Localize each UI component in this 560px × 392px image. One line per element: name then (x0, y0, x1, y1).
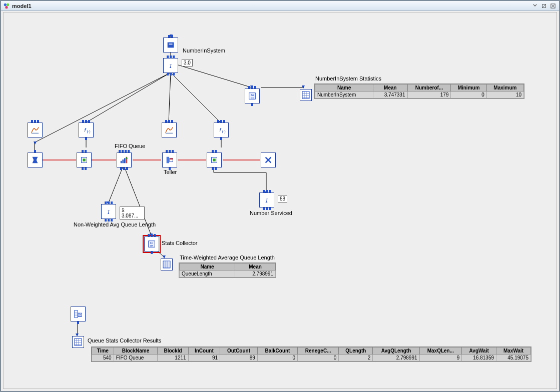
queue-stats-title: Queue Stats Collector Results (88, 338, 161, 344)
nis-col-min: Minimum (451, 84, 486, 92)
qs-col-in: InCount (188, 348, 220, 354)
svg-text:(·): (·) (222, 129, 226, 134)
svg-rect-30 (83, 158, 85, 161)
svg-text:1: 1 (169, 62, 172, 70)
maximize-button[interactable] (540, 2, 548, 10)
model-window: model1 (0, 0, 560, 392)
svg-text:1: 1 (265, 197, 268, 204)
svg-text:σx: σx (150, 244, 153, 247)
qs-col-block: BlockName (114, 348, 158, 354)
function-block-1[interactable]: f(·) (79, 122, 94, 138)
qs-col-balk: BalkCount (257, 348, 297, 354)
split-block[interactable] (207, 152, 222, 168)
qs-col-time: Time (92, 348, 114, 354)
fifo-queue-block[interactable] (117, 152, 132, 168)
merge-block[interactable] (77, 152, 92, 168)
fifo-queue-label: FIFO Queue (115, 143, 145, 149)
svg-text:σx: σx (251, 96, 254, 99)
qs-col-maxq: MaxQLen... (419, 348, 462, 354)
nis-stats-sheet-icon[interactable] (300, 89, 312, 101)
qs-col-avgw: AvgWait (462, 348, 496, 354)
svg-marker-6 (34, 142, 37, 144)
table-row: 540 FIFO Queue 1211 91 89 0 0 2 2.798991… (92, 354, 531, 362)
source-block[interactable] (163, 38, 178, 52)
svg-rect-36 (167, 157, 169, 164)
svg-text:f: f (219, 127, 221, 133)
titlebar[interactable]: model1 (1, 1, 559, 11)
svg-text:(·): (·) (87, 129, 91, 134)
table-row: NumberInSystem 3.747331 179 0 10 (315, 92, 524, 98)
nwavg-block[interactable]: 1 (101, 204, 116, 219)
svg-rect-31 (121, 161, 122, 164)
queue-stats-sheet-icon[interactable] (72, 336, 84, 348)
nis-col-mean: Mean (373, 84, 407, 92)
queue-stats-collector-block[interactable]: Σασx (71, 306, 86, 322)
svg-point-1 (7, 3, 9, 6)
twavg-table[interactable]: Name Mean QueueLength 2.798991 (179, 262, 276, 278)
qs-col-renege: RenegeC... (297, 348, 338, 354)
qs-col-id: BlockId (158, 348, 188, 354)
svg-rect-32 (122, 160, 124, 163)
number-serviced-label: Number Serviced (250, 210, 292, 216)
nis-stats-title: NumberInSystem Statistics (315, 76, 381, 82)
teller-label: Teller (164, 169, 177, 175)
svg-marker-28 (33, 157, 38, 164)
qs-col-maxw: MaxWait (496, 348, 531, 354)
svg-marker-11 (302, 86, 305, 88)
stats-collector-block[interactable]: Σασx (144, 236, 159, 252)
nis-stats-table[interactable]: Name Mean Numberof... Minimum Maximum Nu… (314, 84, 524, 99)
distribution-block-2[interactable] (162, 122, 177, 138)
sink-block[interactable] (261, 152, 276, 168)
nis-col-max: Maximum (486, 84, 523, 92)
svg-rect-38 (170, 158, 173, 160)
function-block-2[interactable]: f(·) (214, 122, 229, 138)
qs-col-qlen: QLength (339, 348, 373, 354)
close-button[interactable] (549, 2, 557, 10)
number-in-system-block[interactable]: 1 (163, 58, 178, 73)
svg-rect-17 (168, 42, 174, 48)
queue-stats-table[interactable]: Time BlockName BlockId InCount OutCount … (91, 346, 531, 362)
distribution-block-1[interactable] (28, 122, 43, 138)
app-icon (3, 2, 10, 10)
number-serviced-block[interactable]: 1 (259, 192, 274, 208)
nwavg-readout: x̄ 3.087... (120, 206, 145, 220)
number-in-system-label: NumberInSystem (183, 48, 225, 54)
qs-col-out: OutCount (220, 348, 258, 354)
svg-point-0 (4, 3, 7, 6)
svg-point-2 (5, 6, 8, 8)
table-row: QueueLength 2.798991 (180, 270, 276, 278)
tw-col-name: Name (180, 264, 235, 270)
nis-col-name: Name (315, 84, 373, 92)
svg-text:σx: σx (79, 315, 81, 317)
number-serviced-readout: 88 (278, 195, 287, 202)
number-in-system-readout: 3.0 (182, 59, 193, 66)
twavg-sheet-icon[interactable] (161, 258, 173, 270)
stats-collector-label: Stats Collector (162, 240, 198, 246)
svg-text:f: f (84, 127, 86, 133)
qs-col-avgq: AvgQLength (373, 348, 419, 354)
svg-rect-40 (213, 158, 215, 161)
svg-text:1: 1 (107, 208, 110, 216)
nis-col-n: Numberof... (407, 84, 451, 92)
diagram-canvas[interactable]: NumberInSystem 1 3.0 Σασx NumberInSystem… (3, 12, 557, 389)
tw-col-mean: Mean (235, 264, 276, 270)
nis-stats-collector-block[interactable]: Σασx (245, 88, 260, 104)
twavg-title: Time-Weighted Average Queue Length (180, 254, 275, 260)
entity-generator-block[interactable] (28, 152, 43, 168)
minimize-button[interactable] (531, 2, 539, 10)
svg-rect-33 (124, 158, 126, 163)
window-title: model1 (12, 3, 530, 9)
nwavg-label: Non-Weighted Avg Queue Length (74, 222, 156, 228)
svg-rect-18 (169, 44, 172, 44)
teller-server-block[interactable] (162, 152, 177, 168)
